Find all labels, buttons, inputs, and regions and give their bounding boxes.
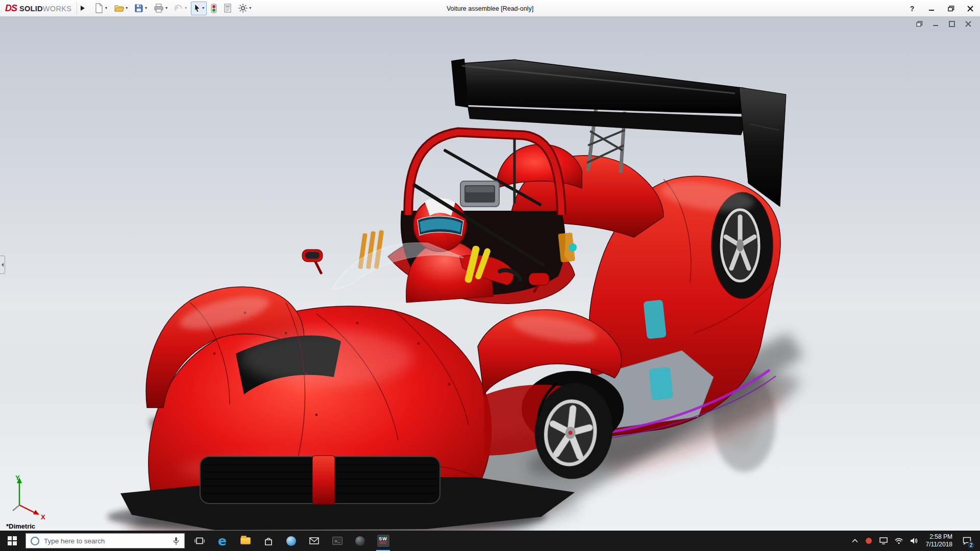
notification-badge: 2 (967, 541, 975, 549)
save-button[interactable]: ▾ (132, 2, 150, 15)
file-explorer-button[interactable] (234, 531, 257, 551)
dropdown-arrow-icon[interactable]: ▾ (249, 6, 251, 10)
document-title: Voiture assemblee [Read-only] (447, 0, 533, 17)
dropdown-arrow-icon[interactable]: ▾ (105, 6, 107, 10)
search-input[interactable] (44, 537, 168, 545)
cortana-icon (31, 537, 39, 545)
open-button[interactable]: ▾ (111, 2, 130, 15)
action-center-button[interactable]: 2 (957, 531, 977, 551)
collapse-arrow-icon (2, 263, 4, 267)
task-view-icon (194, 537, 205, 545)
start-button[interactable] (0, 531, 24, 551)
close-icon (967, 6, 973, 12)
network-tray-button[interactable] (891, 531, 906, 551)
ds-logo-icon: DS (5, 3, 17, 14)
microphone-icon[interactable] (173, 537, 180, 545)
file-explorer-icon (240, 537, 251, 544)
car-model-3d[interactable] (0, 17, 980, 531)
system-tray: 2:58 PM 7/11/2018 2 (848, 531, 980, 551)
restore-button[interactable] (941, 0, 961, 17)
gear-icon (238, 4, 248, 13)
float-window-icon (916, 21, 923, 27)
solidworks-app-icon: SW 2017 (377, 535, 389, 547)
doc-minimize-icon (933, 21, 939, 27)
undo-button[interactable]: ▾ (172, 2, 189, 15)
taskbar-apps: e >_ SW 2017 (188, 531, 395, 551)
tray-app-button[interactable] (862, 531, 876, 551)
solidworks-wordmark: SOLIDWORKS (19, 5, 71, 13)
minimize-button[interactable] (922, 0, 941, 17)
rebuild-traffic-light-icon (211, 4, 217, 13)
options-button[interactable]: ▾ (236, 2, 254, 15)
dropdown-arrow-icon[interactable]: ▾ (185, 6, 187, 10)
edge-icon: e (218, 535, 227, 547)
document-window-controls (914, 19, 974, 29)
command-prompt-icon: >_ (332, 537, 342, 545)
file-properties-button[interactable] (221, 2, 234, 15)
clock-date: 7/11/2018 (926, 541, 953, 548)
store-bag-icon (264, 537, 273, 545)
command-prompt-button[interactable]: >_ (326, 531, 349, 551)
speaker-icon (910, 537, 918, 544)
taskbar-search[interactable] (26, 533, 185, 548)
open-folder-icon (114, 4, 124, 13)
titlebar: DS SOLIDWORKS ▾ ▾ ▾ ▾ (0, 0, 980, 17)
volume-tray-button[interactable] (906, 531, 921, 551)
view-orientation-label: *Dimetric (6, 522, 35, 530)
undo-icon (174, 4, 183, 12)
taskbar-clock[interactable]: 2:58 PM 7/11/2018 (921, 533, 958, 548)
rollbar-screen (460, 181, 499, 207)
doc-maximize-icon (949, 21, 955, 27)
orientation-triad: Y X (4, 473, 53, 520)
doc-close-icon (965, 21, 971, 27)
dropdown-arrow-icon[interactable]: ▾ (202, 6, 204, 10)
menu-expand-arrow[interactable] (77, 2, 88, 15)
solidworks-window: DS SOLIDWORKS ▾ ▾ ▾ ▾ (0, 0, 980, 551)
doc-minimize-button[interactable] (930, 19, 941, 29)
browser-globe-icon (286, 536, 296, 546)
clock-time: 2:58 PM (929, 533, 952, 541)
hidden-icons-button[interactable] (848, 531, 862, 551)
dropdown-arrow-icon[interactable]: ▾ (126, 6, 128, 10)
new-document-button[interactable]: ▾ (92, 2, 110, 15)
triad-x-label: X (41, 513, 45, 520)
solidworks-logo[interactable]: DS SOLIDWORKS (5, 3, 77, 14)
doc-maximize-button[interactable] (946, 19, 958, 29)
select-cursor-icon (193, 4, 201, 13)
windows-logo-icon (8, 536, 17, 545)
solidworks-taskbar-button[interactable]: SW 2017 (372, 531, 395, 551)
chevron-up-icon (852, 539, 858, 543)
dropdown-arrow-icon[interactable]: ▾ (145, 6, 147, 10)
play-arrow-icon (81, 6, 85, 11)
mail-icon (309, 537, 319, 544)
close-button[interactable] (961, 0, 980, 17)
feature-panel-flyout-tab[interactable] (0, 256, 5, 274)
float-window-button[interactable] (914, 19, 925, 29)
save-icon (134, 4, 143, 13)
mail-button[interactable] (303, 531, 326, 551)
triad-y-label: Y (15, 474, 20, 482)
dark-app-icon (355, 536, 365, 546)
graphics-area[interactable]: Y X *Dimetric (0, 17, 980, 531)
wifi-icon (895, 538, 903, 544)
select-button[interactable]: ▾ (191, 2, 207, 15)
dropdown-arrow-icon[interactable]: ▾ (165, 6, 167, 10)
store-button[interactable] (257, 531, 280, 551)
edge-button[interactable]: e (211, 531, 234, 551)
windows-taskbar: e >_ SW 2017 (0, 531, 980, 551)
file-properties-icon (224, 4, 232, 13)
task-view-button[interactable] (188, 531, 211, 551)
new-document-icon (94, 3, 104, 13)
browser-button[interactable] (280, 531, 303, 551)
dark-app-button[interactable] (349, 531, 372, 551)
print-button[interactable]: ▾ (151, 2, 170, 15)
display-icon (879, 537, 888, 544)
rebuild-button[interactable] (208, 2, 219, 15)
minimize-icon (928, 6, 935, 12)
restore-icon (948, 6, 954, 12)
doc-close-button[interactable] (963, 19, 974, 29)
display-tray-button[interactable] (876, 531, 891, 551)
red-app-icon (865, 537, 872, 544)
quick-access-toolbar: ▾ ▾ ▾ ▾ ▾ (92, 2, 254, 15)
help-button[interactable]: ? (902, 0, 922, 17)
